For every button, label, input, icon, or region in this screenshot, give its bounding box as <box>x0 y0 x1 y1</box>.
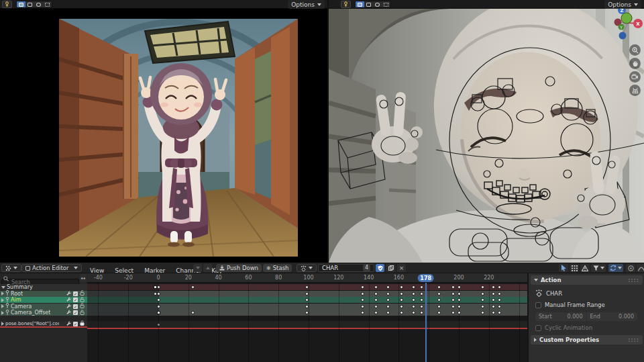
select-mode-box[interactable] <box>25 1 34 7</box>
snap-button[interactable] <box>608 264 623 272</box>
channel-row-pose-bones-root-cons[interactable]: pose.bones["Root"].cons✓ <box>0 321 87 328</box>
modifier-wrench-icon[interactable] <box>66 304 71 310</box>
keyframe[interactable] <box>157 298 160 302</box>
channel-row-root[interactable]: Root✓ <box>0 291 87 297</box>
keyframe[interactable] <box>458 298 461 302</box>
keyframe[interactable] <box>420 311 423 314</box>
keyframe[interactable] <box>420 292 423 296</box>
channel-enable-checkbox[interactable]: ✓ <box>73 298 78 302</box>
end-frame-field[interactable]: End 0.000 <box>587 312 638 321</box>
keyframe[interactable] <box>492 305 495 308</box>
options-dropdown[interactable]: Options <box>288 0 325 9</box>
custom-properties-panel-header[interactable]: Custom Properties :::: <box>531 335 643 345</box>
keyframe[interactable] <box>451 285 455 289</box>
channel-row-camera[interactable]: Camera✓ <box>0 304 87 310</box>
start-frame-field[interactable]: Start 0.000 <box>535 312 586 321</box>
move-channel-down-button[interactable] <box>193 264 202 272</box>
current-frame-indicator[interactable]: 178 <box>417 274 434 282</box>
cyclic-animation-checkbox[interactable] <box>535 325 541 331</box>
keyframe[interactable] <box>492 285 495 289</box>
channel-enable-checkbox[interactable]: ✓ <box>73 322 78 326</box>
expand-icon[interactable] <box>1 311 4 315</box>
keyframe[interactable] <box>458 292 461 296</box>
keyframe[interactable] <box>157 285 160 289</box>
keyframe[interactable] <box>481 292 484 296</box>
keyframe[interactable] <box>386 292 390 296</box>
lock-icon[interactable] <box>80 310 85 316</box>
channel-enable-checkbox[interactable]: ✓ <box>73 310 78 315</box>
keyframe[interactable] <box>305 292 309 296</box>
lock-icon[interactable] <box>80 297 85 304</box>
zoom-button[interactable] <box>629 44 641 56</box>
stash-button[interactable]: ❄ Stash <box>263 264 292 272</box>
pan-button[interactable] <box>629 58 641 69</box>
keyframe[interactable] <box>361 305 364 308</box>
only-selected-cursor-button[interactable] <box>559 264 568 272</box>
action-panel-header[interactable]: Action :::: <box>531 275 643 285</box>
keyframe[interactable] <box>492 292 495 296</box>
select-mode-circle[interactable] <box>34 1 43 7</box>
channel-enable-checkbox[interactable]: ✓ <box>73 304 78 309</box>
viewport-solid[interactable]: Options <box>329 0 644 263</box>
keyframe-area[interactable]: -40-20020406080100120140160200220 178 <box>87 273 527 362</box>
editor-type-button[interactable] <box>1 264 21 272</box>
select-mode-circle[interactable] <box>373 1 382 7</box>
ortho-toggle-button[interactable] <box>629 85 641 96</box>
editor-mode-dropdown[interactable]: Action Editor <box>21 264 82 272</box>
channel-row-aim[interactable]: Aim✓ <box>0 297 87 303</box>
keyframe[interactable] <box>458 305 461 308</box>
modifier-wrench-icon[interactable] <box>66 321 71 327</box>
expand-icon[interactable] <box>1 322 4 326</box>
lock-icon[interactable] <box>80 290 85 297</box>
keyframe[interactable] <box>458 285 461 289</box>
keyframe[interactable] <box>451 311 455 314</box>
expand-icon[interactable] <box>1 298 4 302</box>
viewport-camera[interactable]: Options <box>0 0 327 263</box>
keyframe[interactable] <box>420 298 423 302</box>
keyframe[interactable] <box>420 305 423 308</box>
keyframe[interactable] <box>157 305 160 308</box>
channel-search[interactable] <box>1 274 79 282</box>
fake-user-toggle[interactable] <box>376 264 384 272</box>
keyframe[interactable] <box>157 292 160 296</box>
keyframe[interactable] <box>157 311 160 314</box>
lock-icon[interactable] <box>80 303 85 310</box>
keyframe[interactable] <box>498 285 501 289</box>
keyframe[interactable] <box>420 285 423 289</box>
playhead-line[interactable] <box>425 283 427 362</box>
action-name-field[interactable]: CHAR 4 <box>318 264 374 272</box>
channel-enable-checkbox[interactable]: ✓ <box>73 291 78 296</box>
select-mode-box[interactable] <box>364 1 373 7</box>
modifier-wrench-icon[interactable] <box>66 291 71 297</box>
channel-row-summary[interactable]: Summary <box>0 284 87 290</box>
channel-row-camera-offset[interactable]: Camera_Offset✓ <box>0 310 87 316</box>
keyframe[interactable] <box>374 292 378 296</box>
show-hidden-button[interactable] <box>570 264 579 272</box>
keyframe[interactable] <box>451 292 455 296</box>
push-down-button[interactable]: Push Down <box>216 264 262 272</box>
timeline-ruler[interactable]: -40-20020406080100120140160200220 <box>87 273 527 283</box>
expand-icon[interactable] <box>1 286 5 289</box>
modifier-wrench-icon[interactable] <box>66 297 71 303</box>
keyframe[interactable] <box>191 285 195 289</box>
invert-filter-button[interactable]: ↔ <box>80 274 87 282</box>
lock-icon[interactable] <box>80 320 85 327</box>
expand-icon[interactable] <box>1 291 4 296</box>
keyframe[interactable] <box>361 292 364 296</box>
keyframe[interactable] <box>412 292 415 296</box>
camera-render-frame[interactable] <box>59 19 298 257</box>
options-dropdown[interactable]: Options <box>604 0 641 9</box>
keyframe[interactable] <box>498 305 501 308</box>
unlink-action-button[interactable]: × <box>397 264 406 272</box>
show-errors-button[interactable] <box>580 264 590 272</box>
select-mode-tweak[interactable] <box>356 1 364 7</box>
move-channel-up-button[interactable] <box>203 264 212 272</box>
modifier-wrench-icon[interactable] <box>66 310 71 316</box>
action-selector-button[interactable] <box>297 264 317 272</box>
expand-icon[interactable] <box>1 304 4 308</box>
proportional-editing-button[interactable] <box>626 264 635 272</box>
keyframe[interactable] <box>451 305 455 308</box>
filter-button[interactable] <box>591 264 606 272</box>
keyframe[interactable] <box>157 323 160 326</box>
axis-gizmo[interactable]: Z X Y <box>613 4 643 42</box>
